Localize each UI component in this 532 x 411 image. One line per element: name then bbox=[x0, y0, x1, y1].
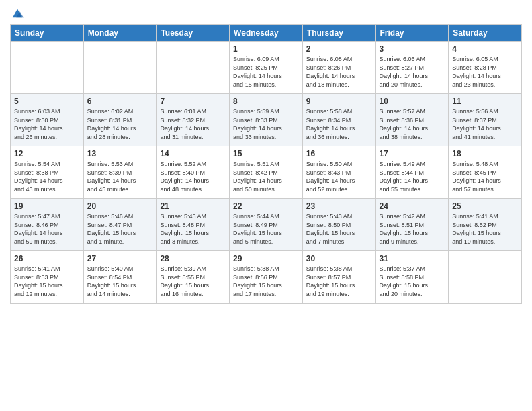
day-info: Sunrise: 5:46 AM Sunset: 8:47 PM Dayligh… bbox=[87, 212, 153, 246]
calendar-cell: 7Sunrise: 6:01 AM Sunset: 8:32 PM Daylig… bbox=[157, 94, 230, 146]
calendar-cell: 6Sunrise: 6:02 AM Sunset: 8:31 PM Daylig… bbox=[83, 94, 157, 146]
calendar-cell: 14Sunrise: 5:52 AM Sunset: 8:40 PM Dayli… bbox=[157, 146, 230, 199]
logo-text bbox=[10, 7, 24, 19]
day-info: Sunrise: 5:49 AM Sunset: 8:44 PM Dayligh… bbox=[380, 160, 445, 193]
day-info: Sunrise: 5:58 AM Sunset: 8:34 PM Dayligh… bbox=[306, 107, 372, 141]
header bbox=[10, 7, 522, 19]
calendar-cell: 28Sunrise: 5:39 AM Sunset: 8:55 PM Dayli… bbox=[157, 251, 230, 304]
day-number: 15 bbox=[233, 149, 299, 158]
calendar-cell: 30Sunrise: 5:38 AM Sunset: 8:57 PM Dayli… bbox=[302, 251, 375, 304]
day-number: 18 bbox=[452, 149, 518, 158]
calendar-cell: 20Sunrise: 5:46 AM Sunset: 8:47 PM Dayli… bbox=[83, 199, 157, 251]
day-number: 4 bbox=[452, 44, 518, 54]
day-info: Sunrise: 5:57 AM Sunset: 8:36 PM Dayligh… bbox=[380, 107, 445, 141]
day-number: 21 bbox=[160, 201, 226, 211]
calendar-cell: 23Sunrise: 5:43 AM Sunset: 8:50 PM Dayli… bbox=[302, 199, 375, 251]
week-row-2: 5Sunrise: 6:03 AM Sunset: 8:30 PM Daylig… bbox=[11, 94, 522, 146]
day-number: 2 bbox=[306, 44, 372, 54]
day-number: 3 bbox=[380, 44, 445, 54]
day-number: 27 bbox=[87, 254, 153, 263]
week-row-4: 19Sunrise: 5:47 AM Sunset: 8:46 PM Dayli… bbox=[11, 199, 522, 251]
day-info: Sunrise: 5:51 AM Sunset: 8:42 PM Dayligh… bbox=[233, 160, 299, 193]
day-info: Sunrise: 6:01 AM Sunset: 8:32 PM Dayligh… bbox=[160, 107, 226, 141]
day-number: 24 bbox=[380, 201, 445, 211]
weekday-header-row: SundayMondayTuesdayWednesdayThursdayFrid… bbox=[11, 25, 522, 42]
calendar-cell bbox=[11, 42, 84, 94]
day-info: Sunrise: 5:54 AM Sunset: 8:38 PM Dayligh… bbox=[14, 160, 80, 193]
day-info: Sunrise: 5:42 AM Sunset: 8:51 PM Dayligh… bbox=[380, 212, 445, 246]
calendar-cell: 15Sunrise: 5:51 AM Sunset: 8:42 PM Dayli… bbox=[230, 146, 303, 199]
day-info: Sunrise: 6:09 AM Sunset: 8:25 PM Dayligh… bbox=[233, 55, 299, 89]
day-info: Sunrise: 5:40 AM Sunset: 8:54 PM Dayligh… bbox=[87, 265, 153, 298]
day-number: 31 bbox=[380, 254, 445, 263]
calendar-cell bbox=[83, 42, 157, 94]
week-row-3: 12Sunrise: 5:54 AM Sunset: 8:38 PM Dayli… bbox=[11, 146, 522, 199]
day-number: 26 bbox=[14, 254, 80, 263]
calendar-cell: 2Sunrise: 6:08 AM Sunset: 8:26 PM Daylig… bbox=[302, 42, 375, 94]
calendar-cell bbox=[449, 251, 522, 304]
day-number: 13 bbox=[87, 149, 153, 158]
calendar-cell: 10Sunrise: 5:57 AM Sunset: 8:36 PM Dayli… bbox=[375, 94, 449, 146]
day-info: Sunrise: 5:39 AM Sunset: 8:55 PM Dayligh… bbox=[160, 265, 226, 298]
day-number: 7 bbox=[160, 97, 226, 106]
day-info: Sunrise: 5:38 AM Sunset: 8:57 PM Dayligh… bbox=[306, 265, 372, 298]
day-info: Sunrise: 5:41 AM Sunset: 8:53 PM Dayligh… bbox=[14, 265, 80, 298]
calendar-cell: 19Sunrise: 5:47 AM Sunset: 8:46 PM Dayli… bbox=[11, 199, 84, 251]
calendar-cell: 29Sunrise: 5:38 AM Sunset: 8:56 PM Dayli… bbox=[230, 251, 303, 304]
day-number: 30 bbox=[306, 254, 372, 263]
day-number: 1 bbox=[233, 44, 299, 54]
day-number: 14 bbox=[160, 149, 226, 158]
day-info: Sunrise: 5:52 AM Sunset: 8:40 PM Dayligh… bbox=[160, 160, 226, 193]
day-info: Sunrise: 6:05 AM Sunset: 8:28 PM Dayligh… bbox=[452, 55, 518, 89]
calendar-cell: 3Sunrise: 6:06 AM Sunset: 8:27 PM Daylig… bbox=[375, 42, 449, 94]
day-number: 23 bbox=[306, 201, 372, 211]
day-info: Sunrise: 5:38 AM Sunset: 8:56 PM Dayligh… bbox=[233, 265, 299, 298]
weekday-header-saturday: Saturday bbox=[449, 25, 522, 42]
day-info: Sunrise: 5:45 AM Sunset: 8:48 PM Dayligh… bbox=[160, 212, 226, 246]
calendar-cell: 4Sunrise: 6:05 AM Sunset: 8:28 PM Daylig… bbox=[449, 42, 522, 94]
day-number: 6 bbox=[87, 97, 153, 106]
week-row-1: 1Sunrise: 6:09 AM Sunset: 8:25 PM Daylig… bbox=[11, 42, 522, 94]
weekday-header-wednesday: Wednesday bbox=[230, 25, 303, 42]
calendar-cell bbox=[157, 42, 230, 94]
page: SundayMondayTuesdayWednesdayThursdayFrid… bbox=[0, 0, 532, 411]
calendar-cell: 11Sunrise: 5:56 AM Sunset: 8:37 PM Dayli… bbox=[449, 94, 522, 146]
calendar-cell: 27Sunrise: 5:40 AM Sunset: 8:54 PM Dayli… bbox=[83, 251, 157, 304]
day-info: Sunrise: 5:53 AM Sunset: 8:39 PM Dayligh… bbox=[87, 160, 153, 193]
calendar-cell: 1Sunrise: 6:09 AM Sunset: 8:25 PM Daylig… bbox=[230, 42, 303, 94]
day-number: 29 bbox=[233, 254, 299, 263]
calendar-cell: 26Sunrise: 5:41 AM Sunset: 8:53 PM Dayli… bbox=[11, 251, 84, 304]
calendar-cell: 24Sunrise: 5:42 AM Sunset: 8:51 PM Dayli… bbox=[375, 199, 449, 251]
day-number: 5 bbox=[14, 97, 80, 106]
day-info: Sunrise: 5:37 AM Sunset: 8:58 PM Dayligh… bbox=[380, 265, 445, 298]
day-info: Sunrise: 6:06 AM Sunset: 8:27 PM Dayligh… bbox=[380, 55, 445, 89]
calendar-cell: 16Sunrise: 5:50 AM Sunset: 8:43 PM Dayli… bbox=[302, 146, 375, 199]
day-number: 25 bbox=[452, 201, 518, 211]
day-info: Sunrise: 6:02 AM Sunset: 8:31 PM Dayligh… bbox=[87, 107, 153, 141]
calendar-cell: 12Sunrise: 5:54 AM Sunset: 8:38 PM Dayli… bbox=[11, 146, 84, 199]
day-info: Sunrise: 5:56 AM Sunset: 8:37 PM Dayligh… bbox=[452, 107, 518, 141]
day-info: Sunrise: 5:48 AM Sunset: 8:45 PM Dayligh… bbox=[452, 160, 518, 193]
day-number: 28 bbox=[160, 254, 226, 263]
weekday-header-friday: Friday bbox=[375, 25, 449, 42]
calendar-cell: 25Sunrise: 5:41 AM Sunset: 8:52 PM Dayli… bbox=[449, 199, 522, 251]
calendar-cell: 31Sunrise: 5:37 AM Sunset: 8:58 PM Dayli… bbox=[375, 251, 449, 304]
day-number: 22 bbox=[233, 201, 299, 211]
calendar-cell: 18Sunrise: 5:48 AM Sunset: 8:45 PM Dayli… bbox=[449, 146, 522, 199]
calendar-cell: 5Sunrise: 6:03 AM Sunset: 8:30 PM Daylig… bbox=[11, 94, 84, 146]
day-number: 16 bbox=[306, 149, 372, 158]
calendar-cell: 21Sunrise: 5:45 AM Sunset: 8:48 PM Dayli… bbox=[157, 199, 230, 251]
day-info: Sunrise: 6:08 AM Sunset: 8:26 PM Dayligh… bbox=[306, 55, 372, 89]
day-number: 10 bbox=[380, 97, 445, 106]
week-row-5: 26Sunrise: 5:41 AM Sunset: 8:53 PM Dayli… bbox=[11, 251, 522, 304]
day-info: Sunrise: 5:43 AM Sunset: 8:50 PM Dayligh… bbox=[306, 212, 372, 246]
day-number: 12 bbox=[14, 149, 80, 158]
weekday-header-tuesday: Tuesday bbox=[157, 25, 230, 42]
calendar-cell: 22Sunrise: 5:44 AM Sunset: 8:49 PM Dayli… bbox=[230, 199, 303, 251]
day-number: 9 bbox=[306, 97, 372, 106]
calendar-cell: 13Sunrise: 5:53 AM Sunset: 8:39 PM Dayli… bbox=[83, 146, 157, 199]
calendar-cell: 17Sunrise: 5:49 AM Sunset: 8:44 PM Dayli… bbox=[375, 146, 449, 199]
calendar-cell: 9Sunrise: 5:58 AM Sunset: 8:34 PM Daylig… bbox=[302, 94, 375, 146]
weekday-header-monday: Monday bbox=[83, 25, 157, 42]
weekday-header-sunday: Sunday bbox=[11, 25, 84, 42]
